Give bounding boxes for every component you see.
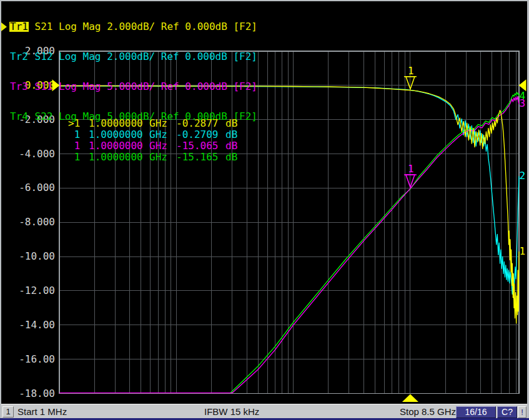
trace-number-label: 1: [520, 245, 526, 257]
y-axis-tick-label: -14.00: [19, 319, 55, 331]
marker-frequency-unit: GHz: [149, 118, 176, 129]
start-frequency-label: Start 1 MHz: [17, 406, 67, 417]
marker-number-label: 1: [408, 65, 414, 77]
trace-badge: Tr1: [9, 22, 29, 32]
trace-badge: Tr3: [9, 82, 29, 92]
trace-badge: Tr4: [9, 112, 29, 122]
marker-value-unit: dB: [225, 117, 237, 129]
marker-flag: 1: [68, 129, 89, 140]
marker-frequency: 1.0000000: [89, 118, 149, 129]
marker-frequency: 1.0000000: [89, 152, 149, 163]
marker-frequency: 1.0000000: [89, 129, 149, 140]
y-axis-tick-label: -4.000: [19, 148, 55, 160]
marker-value-unit: dB: [225, 151, 237, 163]
trace-legend-row-tr1[interactable]: Tr1 S21 Log Mag 2.000dB/ Ref 0.000dB [F2…: [1, 22, 257, 32]
trace-number-label: 3: [520, 97, 526, 109]
marker-value-unit: dB: [225, 140, 237, 152]
y-axis-tick-label: -16.00: [19, 353, 55, 365]
alert-indicator: !: [518, 406, 527, 418]
active-trace-arrow-icon: [1, 82, 9, 92]
stop-frequency-label: Stop 8.5 GHz: [400, 406, 456, 417]
y-axis-tick-label: -6.000: [19, 182, 55, 193]
marker-value: -15.065: [176, 140, 225, 152]
marker-readout: >11.0000000GHz-0.2877dB 11.0000000GHz-0.…: [68, 118, 237, 163]
marker-number-label: 1: [408, 163, 414, 175]
trace-legend-row-tr2[interactable]: Tr2 S12 Log Mag 2.000dB/ Ref 0.000dB [F2…: [1, 52, 257, 62]
marker-frequency-unit: GHz: [149, 152, 176, 163]
trace-legend-row-tr3[interactable]: Tr3 S11 Log Mag 5.000dB/ Ref 0.000dB [F2…: [1, 82, 257, 92]
trace-legend-text: S12 Log Mag 2.000dB/ Ref 0.000dB [F2]: [29, 51, 257, 62]
marker-value: -0.2877: [176, 118, 225, 129]
marker-flag: 1: [68, 140, 89, 152]
stimulus-marker-icon[interactable]: [402, 394, 418, 403]
marker-readout-row: >11.0000000GHz-0.2877dB: [68, 118, 237, 129]
correction-indicator: C?: [497, 406, 517, 418]
channel-number-box: 1: [2, 406, 14, 418]
active-trace-arrow-icon: [1, 52, 9, 62]
y-axis-tick-label: -18.00: [19, 388, 55, 399]
window-frame-top: [0, 0, 529, 1]
trace-number-label: 2: [520, 170, 526, 182]
marker-value-unit: dB: [225, 129, 237, 140]
marker-readout-row: 11.0000000GHz-15.165dB: [68, 152, 237, 163]
marker-readout-row: 11.0000000GHz-0.2709dB: [68, 129, 237, 140]
y-axis-tick-label: -12.00: [19, 285, 55, 296]
marker-value: -0.2709: [176, 129, 225, 140]
y-axis-tick-label: -10.00: [19, 250, 55, 262]
marker-frequency-unit: GHz: [149, 129, 176, 140]
ifbw-label: IFBW 15 kHz: [204, 406, 259, 417]
trace-badge: Tr2: [9, 52, 29, 62]
window-frame-left: [0, 0, 1, 420]
vna-screen: 2.0000.000-2.000-4.000-6.000-8.000-10.00…: [0, 0, 529, 420]
marker-flag: 1: [68, 152, 89, 163]
marker-value: -15.165: [176, 152, 225, 163]
marker-readout-row: 11.0000000GHz-15.065dB: [68, 140, 237, 152]
sweep-count-indicator: 16/16: [456, 406, 496, 418]
marker-frequency-unit: GHz: [149, 140, 176, 152]
active-trace-arrow-icon: [1, 22, 9, 32]
marker-flag: >1: [68, 118, 89, 129]
active-trace-arrow-icon: [1, 112, 9, 122]
y-axis-tick-label: -8.000: [19, 216, 55, 228]
status-bar: 1 Start 1 MHz IFBW 15 kHz Stop 8.5 GHz 1…: [1, 404, 527, 419]
marker-frequency: 1.0000000: [89, 140, 149, 152]
trace-legend-text: S21 Log Mag 2.000dB/ Ref 0.000dB [F2]: [29, 21, 257, 32]
trace-legend-text: S11 Log Mag 5.000dB/ Ref 0.000dB [F2]: [29, 81, 257, 92]
